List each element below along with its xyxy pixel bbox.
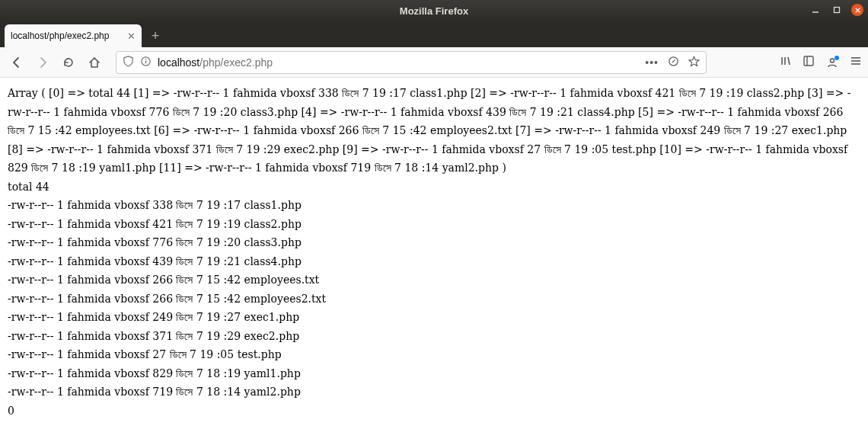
close-button[interactable] <box>851 4 863 16</box>
listing-line: -rw-r--r-- 1 fahmida vboxsf 421 ডিসে 7 1… <box>8 215 860 234</box>
listing-line: -rw-r--r-- 1 fahmida vboxsf 829 ডিসে 7 1… <box>8 364 860 383</box>
listing-line: -rw-r--r-- 1 fahmida vboxsf 27 ডিসে 7 19… <box>8 345 860 364</box>
reload-button[interactable] <box>58 52 79 73</box>
listing-line: -rw-r--r-- 1 fahmida vboxsf 439 ডিসে 7 1… <box>8 252 860 271</box>
account-icon[interactable] <box>825 56 839 69</box>
listing-line: -rw-r--r-- 1 fahmida vboxsf 719 ডিসে 7 1… <box>8 383 860 402</box>
shield-icon[interactable] <box>123 56 134 69</box>
url-text: localhost/php/exec2.php <box>158 56 639 69</box>
urlbar-right-icons: ••• <box>645 56 700 69</box>
info-icon[interactable] <box>140 56 152 69</box>
window-titlebar: Mozilla Firefox <box>0 0 868 21</box>
svg-point-6 <box>145 58 147 59</box>
listing-line: -rw-r--r-- 1 fahmida vboxsf 338 ডিসে 7 1… <box>8 196 860 215</box>
tab-active[interactable]: localhost/php/exec2.php ✕ <box>5 24 142 47</box>
window-controls <box>809 3 863 17</box>
svg-point-14 <box>831 59 834 62</box>
notification-dot-icon <box>834 56 839 60</box>
new-tab-button[interactable]: + <box>145 25 166 46</box>
listing-line: -rw-r--r-- 1 fahmida vboxsf 266 ডিসে 7 1… <box>8 290 860 309</box>
url-path: /php/exec2.php <box>199 56 273 69</box>
php-listing-lines: total 44-rw-r--r-- 1 fahmida vboxsf 338 … <box>8 178 860 402</box>
back-button[interactable] <box>6 52 27 73</box>
maximize-button[interactable] <box>830 3 844 17</box>
sidebar-icon[interactable] <box>803 55 815 70</box>
listing-line: -rw-r--r-- 1 fahmida vboxsf 776 ডিসে 7 1… <box>8 233 860 252</box>
library-icon[interactable] <box>780 55 792 70</box>
tab-label: localhost/php/exec2.php <box>11 30 109 41</box>
page-content: Array ( [0] => total 44 [1] => -rw-r--r-… <box>0 78 868 420</box>
url-bar[interactable]: localhost/php/exec2.php ••• <box>116 51 707 74</box>
forward-button[interactable] <box>32 52 53 73</box>
home-button[interactable] <box>84 52 105 73</box>
reader-view-icon[interactable] <box>668 56 679 69</box>
listing-line: total 44 <box>8 178 860 197</box>
toolbar-right <box>780 55 862 70</box>
svg-line-8 <box>672 59 675 62</box>
page-actions-icon[interactable]: ••• <box>645 56 659 69</box>
tab-bar: localhost/php/exec2.php ✕ + <box>0 21 868 47</box>
listing-line: -rw-r--r-- 1 fahmida vboxsf 249 ডিসে 7 1… <box>8 308 860 327</box>
window-title: Mozilla Firefox <box>400 5 468 17</box>
return-value: 0 <box>8 402 860 421</box>
url-host: localhost <box>158 56 199 69</box>
php-array-dump: Array ( [0] => total 44 [1] => -rw-r--r-… <box>8 84 860 178</box>
tab-close-icon[interactable]: ✕ <box>127 30 136 42</box>
minimize-button[interactable] <box>809 3 822 17</box>
svg-rect-12 <box>804 56 813 66</box>
listing-line: -rw-r--r-- 1 fahmida vboxsf 371 ডিসে 7 1… <box>8 327 860 346</box>
svg-rect-1 <box>834 8 840 13</box>
navigation-toolbar: localhost/php/exec2.php ••• <box>0 47 868 78</box>
listing-line: -rw-r--r-- 1 fahmida vboxsf 266 ডিসে 7 1… <box>8 271 860 290</box>
svg-line-11 <box>788 57 790 65</box>
bookmark-star-icon[interactable] <box>688 56 700 69</box>
menu-icon[interactable] <box>850 55 862 70</box>
